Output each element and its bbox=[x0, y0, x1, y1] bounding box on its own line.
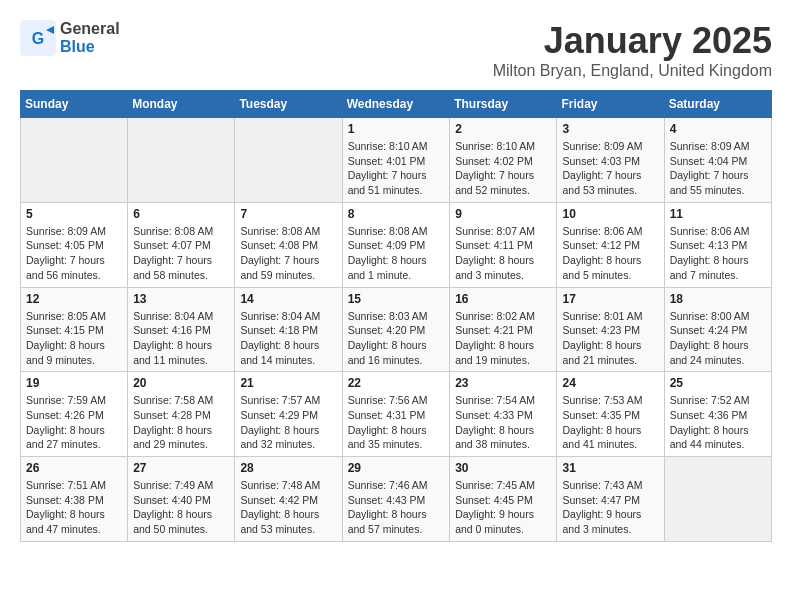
weekday-header: Thursday bbox=[450, 91, 557, 118]
day-info: Sunrise: 7:53 AM Sunset: 4:35 PM Dayligh… bbox=[562, 393, 658, 452]
day-number: 4 bbox=[670, 122, 766, 136]
calendar-header-row: SundayMondayTuesdayWednesdayThursdayFrid… bbox=[21, 91, 772, 118]
day-number: 7 bbox=[240, 207, 336, 221]
day-info: Sunrise: 8:04 AM Sunset: 4:16 PM Dayligh… bbox=[133, 309, 229, 368]
calendar-cell: 17Sunrise: 8:01 AM Sunset: 4:23 PM Dayli… bbox=[557, 287, 664, 372]
calendar-cell: 11Sunrise: 8:06 AM Sunset: 4:13 PM Dayli… bbox=[664, 202, 771, 287]
calendar-cell: 28Sunrise: 7:48 AM Sunset: 4:42 PM Dayli… bbox=[235, 457, 342, 542]
day-number: 21 bbox=[240, 376, 336, 390]
day-number: 1 bbox=[348, 122, 445, 136]
day-number: 9 bbox=[455, 207, 551, 221]
calendar-cell: 29Sunrise: 7:46 AM Sunset: 4:43 PM Dayli… bbox=[342, 457, 450, 542]
day-info: Sunrise: 7:43 AM Sunset: 4:47 PM Dayligh… bbox=[562, 478, 658, 537]
day-info: Sunrise: 7:57 AM Sunset: 4:29 PM Dayligh… bbox=[240, 393, 336, 452]
calendar-cell: 1Sunrise: 8:10 AM Sunset: 4:01 PM Daylig… bbox=[342, 118, 450, 203]
day-number: 19 bbox=[26, 376, 122, 390]
calendar-cell: 7Sunrise: 8:08 AM Sunset: 4:08 PM Daylig… bbox=[235, 202, 342, 287]
day-info: Sunrise: 8:02 AM Sunset: 4:21 PM Dayligh… bbox=[455, 309, 551, 368]
day-number: 16 bbox=[455, 292, 551, 306]
day-number: 27 bbox=[133, 461, 229, 475]
day-number: 25 bbox=[670, 376, 766, 390]
day-info: Sunrise: 8:03 AM Sunset: 4:20 PM Dayligh… bbox=[348, 309, 445, 368]
day-info: Sunrise: 8:09 AM Sunset: 4:05 PM Dayligh… bbox=[26, 224, 122, 283]
calendar-cell: 3Sunrise: 8:09 AM Sunset: 4:03 PM Daylig… bbox=[557, 118, 664, 203]
day-info: Sunrise: 8:08 AM Sunset: 4:09 PM Dayligh… bbox=[348, 224, 445, 283]
calendar-cell: 25Sunrise: 7:52 AM Sunset: 4:36 PM Dayli… bbox=[664, 372, 771, 457]
day-info: Sunrise: 8:05 AM Sunset: 4:15 PM Dayligh… bbox=[26, 309, 122, 368]
logo-blue: Blue bbox=[60, 38, 95, 55]
day-number: 11 bbox=[670, 207, 766, 221]
weekday-header: Wednesday bbox=[342, 91, 450, 118]
calendar-cell: 9Sunrise: 8:07 AM Sunset: 4:11 PM Daylig… bbox=[450, 202, 557, 287]
calendar-cell: 12Sunrise: 8:05 AM Sunset: 4:15 PM Dayli… bbox=[21, 287, 128, 372]
calendar-week-row: 12Sunrise: 8:05 AM Sunset: 4:15 PM Dayli… bbox=[21, 287, 772, 372]
calendar-table: SundayMondayTuesdayWednesdayThursdayFrid… bbox=[20, 90, 772, 542]
day-info: Sunrise: 7:52 AM Sunset: 4:36 PM Dayligh… bbox=[670, 393, 766, 452]
weekday-header: Tuesday bbox=[235, 91, 342, 118]
day-number: 22 bbox=[348, 376, 445, 390]
calendar-cell: 14Sunrise: 8:04 AM Sunset: 4:18 PM Dayli… bbox=[235, 287, 342, 372]
day-number: 13 bbox=[133, 292, 229, 306]
day-number: 10 bbox=[562, 207, 658, 221]
day-number: 24 bbox=[562, 376, 658, 390]
logo-general: General bbox=[60, 20, 120, 37]
calendar-cell: 24Sunrise: 7:53 AM Sunset: 4:35 PM Dayli… bbox=[557, 372, 664, 457]
calendar-cell: 31Sunrise: 7:43 AM Sunset: 4:47 PM Dayli… bbox=[557, 457, 664, 542]
calendar-cell: 10Sunrise: 8:06 AM Sunset: 4:12 PM Dayli… bbox=[557, 202, 664, 287]
day-info: Sunrise: 8:07 AM Sunset: 4:11 PM Dayligh… bbox=[455, 224, 551, 283]
day-number: 23 bbox=[455, 376, 551, 390]
svg-text:G: G bbox=[32, 30, 44, 47]
day-info: Sunrise: 7:48 AM Sunset: 4:42 PM Dayligh… bbox=[240, 478, 336, 537]
calendar-cell: 15Sunrise: 8:03 AM Sunset: 4:20 PM Dayli… bbox=[342, 287, 450, 372]
calendar-cell: 20Sunrise: 7:58 AM Sunset: 4:28 PM Dayli… bbox=[128, 372, 235, 457]
location-title: Milton Bryan, England, United Kingdom bbox=[493, 62, 772, 80]
calendar-cell bbox=[128, 118, 235, 203]
day-info: Sunrise: 8:10 AM Sunset: 4:01 PM Dayligh… bbox=[348, 139, 445, 198]
day-number: 30 bbox=[455, 461, 551, 475]
calendar-cell: 6Sunrise: 8:08 AM Sunset: 4:07 PM Daylig… bbox=[128, 202, 235, 287]
day-info: Sunrise: 8:09 AM Sunset: 4:04 PM Dayligh… bbox=[670, 139, 766, 198]
day-info: Sunrise: 7:46 AM Sunset: 4:43 PM Dayligh… bbox=[348, 478, 445, 537]
day-number: 26 bbox=[26, 461, 122, 475]
calendar-cell: 18Sunrise: 8:00 AM Sunset: 4:24 PM Dayli… bbox=[664, 287, 771, 372]
day-info: Sunrise: 7:56 AM Sunset: 4:31 PM Dayligh… bbox=[348, 393, 445, 452]
weekday-header: Saturday bbox=[664, 91, 771, 118]
day-number: 3 bbox=[562, 122, 658, 136]
calendar-cell: 23Sunrise: 7:54 AM Sunset: 4:33 PM Dayli… bbox=[450, 372, 557, 457]
day-info: Sunrise: 8:00 AM Sunset: 4:24 PM Dayligh… bbox=[670, 309, 766, 368]
day-info: Sunrise: 7:59 AM Sunset: 4:26 PM Dayligh… bbox=[26, 393, 122, 452]
weekday-header: Sunday bbox=[21, 91, 128, 118]
logo-icon: G bbox=[20, 20, 56, 56]
day-info: Sunrise: 8:10 AM Sunset: 4:02 PM Dayligh… bbox=[455, 139, 551, 198]
day-info: Sunrise: 8:08 AM Sunset: 4:07 PM Dayligh… bbox=[133, 224, 229, 283]
day-info: Sunrise: 8:06 AM Sunset: 4:13 PM Dayligh… bbox=[670, 224, 766, 283]
day-info: Sunrise: 7:45 AM Sunset: 4:45 PM Dayligh… bbox=[455, 478, 551, 537]
calendar-week-row: 19Sunrise: 7:59 AM Sunset: 4:26 PM Dayli… bbox=[21, 372, 772, 457]
calendar-cell bbox=[664, 457, 771, 542]
day-number: 20 bbox=[133, 376, 229, 390]
day-info: Sunrise: 7:51 AM Sunset: 4:38 PM Dayligh… bbox=[26, 478, 122, 537]
day-info: Sunrise: 7:58 AM Sunset: 4:28 PM Dayligh… bbox=[133, 393, 229, 452]
day-number: 28 bbox=[240, 461, 336, 475]
day-info: Sunrise: 8:01 AM Sunset: 4:23 PM Dayligh… bbox=[562, 309, 658, 368]
calendar-cell: 8Sunrise: 8:08 AM Sunset: 4:09 PM Daylig… bbox=[342, 202, 450, 287]
calendar-cell: 4Sunrise: 8:09 AM Sunset: 4:04 PM Daylig… bbox=[664, 118, 771, 203]
day-number: 31 bbox=[562, 461, 658, 475]
day-number: 12 bbox=[26, 292, 122, 306]
day-info: Sunrise: 8:04 AM Sunset: 4:18 PM Dayligh… bbox=[240, 309, 336, 368]
weekday-header: Monday bbox=[128, 91, 235, 118]
day-info: Sunrise: 7:49 AM Sunset: 4:40 PM Dayligh… bbox=[133, 478, 229, 537]
month-title: January 2025 bbox=[493, 20, 772, 62]
title-block: January 2025 Milton Bryan, England, Unit… bbox=[493, 20, 772, 80]
calendar-cell: 22Sunrise: 7:56 AM Sunset: 4:31 PM Dayli… bbox=[342, 372, 450, 457]
day-number: 18 bbox=[670, 292, 766, 306]
day-number: 2 bbox=[455, 122, 551, 136]
calendar-week-row: 26Sunrise: 7:51 AM Sunset: 4:38 PM Dayli… bbox=[21, 457, 772, 542]
day-number: 14 bbox=[240, 292, 336, 306]
calendar-cell: 27Sunrise: 7:49 AM Sunset: 4:40 PM Dayli… bbox=[128, 457, 235, 542]
day-info: Sunrise: 7:54 AM Sunset: 4:33 PM Dayligh… bbox=[455, 393, 551, 452]
day-number: 6 bbox=[133, 207, 229, 221]
calendar-cell: 21Sunrise: 7:57 AM Sunset: 4:29 PM Dayli… bbox=[235, 372, 342, 457]
calendar-cell: 30Sunrise: 7:45 AM Sunset: 4:45 PM Dayli… bbox=[450, 457, 557, 542]
calendar-cell bbox=[235, 118, 342, 203]
